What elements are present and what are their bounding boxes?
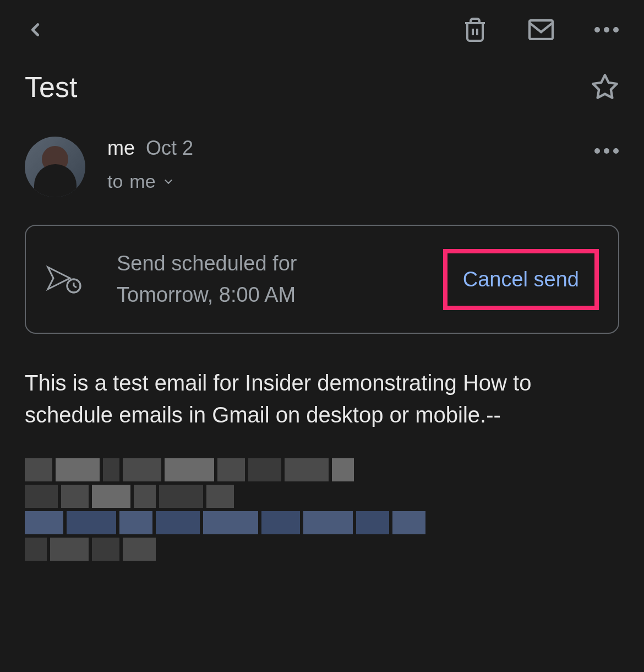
back-arrow-icon xyxy=(25,19,46,41)
more-button[interactable] xyxy=(594,26,619,33)
sender-line: me Oct 2 xyxy=(107,137,572,160)
recipient-prefix: to xyxy=(107,171,123,192)
more-horizontal-icon xyxy=(594,148,619,154)
star-button[interactable] xyxy=(591,73,619,101)
envelope-icon xyxy=(527,18,555,41)
email-body: This is a test email for Insider demonst… xyxy=(0,345,644,453)
email-subject: Test xyxy=(25,71,77,104)
sender-info: me Oct 2 to me xyxy=(107,137,572,192)
trash-icon xyxy=(462,17,488,43)
sender-avatar[interactable] xyxy=(25,137,85,197)
recipient-name: me xyxy=(129,171,155,192)
svg-point-9 xyxy=(613,148,619,154)
more-horizontal-icon xyxy=(594,26,619,33)
schedule-line2: Tomorrow, 8:00 AM xyxy=(117,279,410,311)
schedule-line1: Send scheduled for xyxy=(117,248,410,279)
cancel-send-highlight: Cancel send xyxy=(443,249,599,310)
svg-point-4 xyxy=(604,27,609,32)
mail-button[interactable] xyxy=(527,18,555,41)
recipient-line[interactable]: to me xyxy=(107,171,572,192)
schedule-text: Send scheduled for Tomorrow, 8:00 AM xyxy=(117,248,410,311)
schedule-send-icon xyxy=(45,263,84,296)
cancel-send-button[interactable]: Cancel send xyxy=(454,259,588,300)
redacted-signature xyxy=(0,453,644,566)
header-right xyxy=(462,17,619,43)
star-icon xyxy=(591,73,619,101)
delete-button[interactable] xyxy=(462,17,488,43)
sender-row: me Oct 2 to me xyxy=(0,120,644,214)
email-header xyxy=(0,0,644,59)
svg-point-3 xyxy=(594,27,600,32)
header-left xyxy=(25,19,46,41)
message-more-button[interactable] xyxy=(594,137,619,154)
subject-row: Test xyxy=(0,59,644,120)
chevron-down-icon xyxy=(162,178,174,186)
schedule-notice: Send scheduled for Tomorrow, 8:00 AM Can… xyxy=(25,225,619,334)
sender-name: me xyxy=(107,137,135,160)
svg-point-8 xyxy=(604,148,609,154)
svg-point-7 xyxy=(594,148,600,154)
svg-marker-6 xyxy=(593,75,616,97)
sender-date: Oct 2 xyxy=(146,137,193,160)
svg-point-5 xyxy=(613,27,619,32)
svg-rect-2 xyxy=(530,20,553,39)
back-button[interactable] xyxy=(25,19,46,41)
